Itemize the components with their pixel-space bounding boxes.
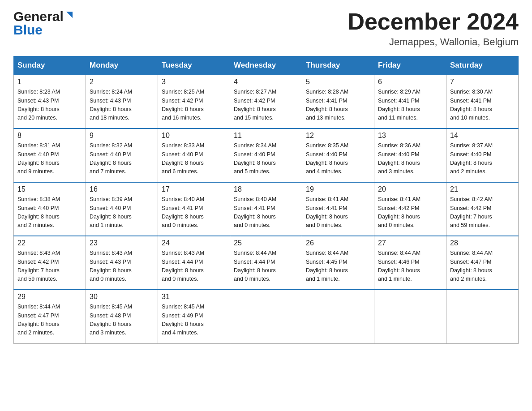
- day-number: 15: [17, 185, 82, 193]
- table-row: 16Sunrise: 8:39 AMSunset: 4:40 PMDayligh…: [86, 182, 158, 236]
- calendar-week-4: 22Sunrise: 8:43 AMSunset: 4:42 PMDayligh…: [14, 236, 519, 290]
- col-thursday: Thursday: [302, 56, 374, 75]
- table-row: 31Sunrise: 8:45 AMSunset: 4:49 PMDayligh…: [158, 290, 230, 343]
- table-row: 30Sunrise: 8:45 AMSunset: 4:48 PMDayligh…: [86, 290, 158, 343]
- day-info: Sunrise: 8:42 AMSunset: 4:42 PMDaylight:…: [450, 195, 515, 230]
- day-number: 8: [17, 132, 82, 140]
- day-number: 25: [234, 239, 298, 247]
- day-info: Sunrise: 8:29 AMSunset: 4:41 PMDaylight:…: [378, 88, 442, 123]
- day-info: Sunrise: 8:44 AMSunset: 4:47 PMDaylight:…: [17, 303, 82, 338]
- day-number: 16: [90, 185, 154, 193]
- day-info: Sunrise: 8:45 AMSunset: 4:48 PMDaylight:…: [90, 303, 154, 338]
- day-info: Sunrise: 8:44 AMSunset: 4:44 PMDaylight:…: [234, 249, 298, 284]
- day-info: Sunrise: 8:38 AMSunset: 4:40 PMDaylight:…: [17, 195, 82, 230]
- day-info: Sunrise: 8:35 AMSunset: 4:40 PMDaylight:…: [306, 141, 370, 176]
- table-row: 7Sunrise: 8:30 AMSunset: 4:41 PMDaylight…: [446, 75, 519, 128]
- table-row: 29Sunrise: 8:44 AMSunset: 4:47 PMDayligh…: [14, 290, 86, 343]
- table-row: 14Sunrise: 8:37 AMSunset: 4:40 PMDayligh…: [446, 128, 519, 182]
- col-saturday: Saturday: [446, 56, 519, 75]
- day-number: 11: [234, 132, 298, 140]
- day-info: Sunrise: 8:44 AMSunset: 4:45 PMDaylight:…: [306, 249, 370, 284]
- table-row: 3Sunrise: 8:25 AMSunset: 4:42 PMDaylight…: [158, 75, 230, 128]
- day-number: 12: [306, 132, 370, 140]
- day-info: Sunrise: 8:44 AMSunset: 4:46 PMDaylight:…: [378, 249, 442, 284]
- logo-blue-text: Blue: [13, 22, 43, 38]
- day-info: Sunrise: 8:44 AMSunset: 4:47 PMDaylight:…: [450, 249, 515, 284]
- table-row: 8Sunrise: 8:31 AMSunset: 4:40 PMDaylight…: [14, 128, 86, 182]
- col-wednesday: Wednesday: [230, 56, 302, 75]
- table-row: 12Sunrise: 8:35 AMSunset: 4:40 PMDayligh…: [302, 128, 374, 182]
- day-info: Sunrise: 8:39 AMSunset: 4:40 PMDaylight:…: [90, 195, 154, 230]
- day-number: 24: [162, 239, 226, 247]
- day-info: Sunrise: 8:28 AMSunset: 4:41 PMDaylight:…: [306, 88, 370, 123]
- day-number: 2: [90, 78, 154, 86]
- table-row: [446, 290, 519, 343]
- day-number: 5: [306, 78, 370, 86]
- day-number: 6: [378, 78, 442, 86]
- day-info: Sunrise: 8:30 AMSunset: 4:41 PMDaylight:…: [450, 88, 515, 123]
- day-info: Sunrise: 8:31 AMSunset: 4:40 PMDaylight:…: [17, 141, 82, 176]
- day-info: Sunrise: 8:27 AMSunset: 4:42 PMDaylight:…: [234, 88, 298, 123]
- table-row: 27Sunrise: 8:44 AMSunset: 4:46 PMDayligh…: [374, 236, 446, 290]
- col-monday: Monday: [86, 56, 158, 75]
- table-row: 19Sunrise: 8:41 AMSunset: 4:41 PMDayligh…: [302, 182, 374, 236]
- table-row: 26Sunrise: 8:44 AMSunset: 4:45 PMDayligh…: [302, 236, 374, 290]
- day-number: 9: [90, 132, 154, 140]
- day-info: Sunrise: 8:33 AMSunset: 4:40 PMDaylight:…: [162, 141, 226, 176]
- day-info: Sunrise: 8:43 AMSunset: 4:44 PMDaylight:…: [162, 249, 226, 284]
- table-row: 4Sunrise: 8:27 AMSunset: 4:42 PMDaylight…: [230, 75, 302, 128]
- day-number: 7: [450, 78, 515, 86]
- col-sunday: Sunday: [14, 56, 86, 75]
- day-number: 20: [378, 185, 442, 193]
- day-info: Sunrise: 8:32 AMSunset: 4:40 PMDaylight:…: [90, 141, 154, 176]
- day-number: 17: [162, 185, 226, 193]
- day-info: Sunrise: 8:40 AMSunset: 4:41 PMDaylight:…: [234, 195, 298, 230]
- calendar-week-3: 15Sunrise: 8:38 AMSunset: 4:40 PMDayligh…: [14, 182, 519, 236]
- month-title: December 2024: [348, 9, 519, 34]
- day-number: 13: [378, 132, 442, 140]
- table-row: [374, 290, 446, 343]
- day-info: Sunrise: 8:45 AMSunset: 4:49 PMDaylight:…: [162, 303, 226, 338]
- table-row: 1Sunrise: 8:23 AMSunset: 4:43 PMDaylight…: [14, 75, 86, 128]
- day-number: 4: [234, 78, 298, 86]
- day-number: 19: [306, 185, 370, 193]
- day-info: Sunrise: 8:37 AMSunset: 4:40 PMDaylight:…: [450, 141, 515, 176]
- day-info: Sunrise: 8:41 AMSunset: 4:41 PMDaylight:…: [306, 195, 370, 230]
- table-row: [230, 290, 302, 343]
- calendar-week-5: 29Sunrise: 8:44 AMSunset: 4:47 PMDayligh…: [14, 290, 519, 343]
- day-info: Sunrise: 8:23 AMSunset: 4:43 PMDaylight:…: [17, 88, 82, 123]
- col-friday: Friday: [374, 56, 446, 75]
- calendar-week-2: 8Sunrise: 8:31 AMSunset: 4:40 PMDaylight…: [14, 128, 519, 182]
- day-number: 31: [162, 293, 226, 301]
- table-row: 20Sunrise: 8:41 AMSunset: 4:42 PMDayligh…: [374, 182, 446, 236]
- day-number: 27: [378, 239, 442, 247]
- table-row: 11Sunrise: 8:34 AMSunset: 4:40 PMDayligh…: [230, 128, 302, 182]
- day-info: Sunrise: 8:41 AMSunset: 4:42 PMDaylight:…: [378, 195, 442, 230]
- page-header: General Blue December 2024 Jemappes, Wal…: [13, 9, 519, 48]
- day-info: Sunrise: 8:34 AMSunset: 4:40 PMDaylight:…: [234, 141, 298, 176]
- table-row: 28Sunrise: 8:44 AMSunset: 4:47 PMDayligh…: [446, 236, 519, 290]
- table-row: 25Sunrise: 8:44 AMSunset: 4:44 PMDayligh…: [230, 236, 302, 290]
- table-row: 2Sunrise: 8:24 AMSunset: 4:43 PMDaylight…: [86, 75, 158, 128]
- day-number: 18: [234, 185, 298, 193]
- day-number: 10: [162, 132, 226, 140]
- table-row: 24Sunrise: 8:43 AMSunset: 4:44 PMDayligh…: [158, 236, 230, 290]
- day-number: 14: [450, 132, 515, 140]
- table-row: 21Sunrise: 8:42 AMSunset: 4:42 PMDayligh…: [446, 182, 519, 236]
- location-subtitle: Jemappes, Wallonia, Belgium: [348, 36, 519, 48]
- day-number: 21: [450, 185, 515, 193]
- day-number: 28: [450, 239, 515, 247]
- day-info: Sunrise: 8:24 AMSunset: 4:43 PMDaylight:…: [90, 88, 154, 123]
- day-info: Sunrise: 8:43 AMSunset: 4:42 PMDaylight:…: [17, 249, 82, 284]
- table-row: 17Sunrise: 8:40 AMSunset: 4:41 PMDayligh…: [158, 182, 230, 236]
- day-number: 3: [162, 78, 226, 86]
- table-row: 15Sunrise: 8:38 AMSunset: 4:40 PMDayligh…: [14, 182, 86, 236]
- table-row: 10Sunrise: 8:33 AMSunset: 4:40 PMDayligh…: [158, 128, 230, 182]
- day-info: Sunrise: 8:36 AMSunset: 4:40 PMDaylight:…: [378, 141, 442, 176]
- table-row: [302, 290, 374, 343]
- day-info: Sunrise: 8:40 AMSunset: 4:41 PMDaylight:…: [162, 195, 226, 230]
- day-number: 22: [17, 239, 82, 247]
- title-section: December 2024 Jemappes, Wallonia, Belgiu…: [348, 9, 519, 48]
- day-info: Sunrise: 8:43 AMSunset: 4:43 PMDaylight:…: [90, 249, 154, 284]
- table-row: 13Sunrise: 8:36 AMSunset: 4:40 PMDayligh…: [374, 128, 446, 182]
